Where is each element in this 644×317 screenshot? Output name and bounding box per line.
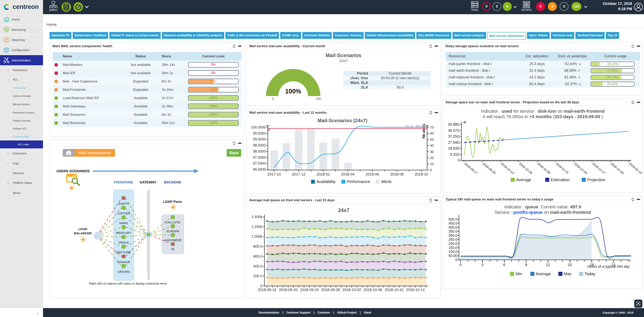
svg-text:350.0: 350.0	[448, 229, 457, 234]
svg-text:Mail-Scenarios (24x7): Mail-Scenarios (24x7)	[318, 118, 367, 123]
svg-text:0: 0	[260, 284, 262, 288]
svg-text:400.0: 400.0	[253, 264, 262, 268]
svg-text:2018-09-20: 2018-09-20	[279, 288, 298, 292]
svg-text:Performance: Performance	[347, 179, 370, 184]
svg-text:6: 6	[503, 263, 506, 267]
svg-text:Today: Today	[584, 272, 595, 276]
svg-text:100.0000: 100.0000	[251, 125, 266, 129]
svg-text:50.00: 50.00	[448, 254, 457, 258]
svg-text:27.94G: 27.94G	[448, 140, 460, 145]
svg-text:400.0: 400.0	[448, 225, 457, 229]
svg-text:2017-10: 2017-10	[268, 172, 281, 176]
svg-text:2018-10-10: 2018-10-10	[385, 288, 403, 292]
svg-text:JUPITER: JUPITER	[117, 212, 130, 215]
svg-text:2018-10-14: 2018-10-14	[406, 288, 425, 292]
svg-text:URANUS: URANUS	[117, 260, 130, 264]
svg-text:SATURN: SATURN	[118, 270, 130, 274]
svg-text:200.0: 200.0	[253, 274, 262, 278]
svg-text:2018-10-26: 2018-10-26	[518, 162, 533, 175]
svg-text:2018-10: 2018-10	[415, 172, 428, 176]
svg-text:60: 60	[430, 132, 434, 135]
svg-text:9.31G: 9.31G	[450, 152, 460, 156]
svg-text:2017-12: 2017-12	[292, 172, 305, 176]
svg-text:500.0: 500.0	[448, 217, 457, 221]
svg-text:FRONTEND: FRONTEND	[114, 180, 133, 184]
svg-text:98.0000: 98.0000	[253, 149, 266, 153]
svg-text:0: 0	[458, 158, 460, 162]
svg-text:2018-12-17: 2018-12-17	[592, 162, 606, 175]
svg-text:97.5000: 97.5000	[253, 155, 266, 160]
svg-text:2018-12-04: 2018-12-04	[574, 162, 588, 175]
svg-text:SLA: 99.9%: SLA: 99.9%	[406, 124, 426, 128]
svg-text:0: 0	[430, 168, 432, 172]
svg-text:2018-08: 2018-08	[390, 172, 404, 176]
svg-text:150.0: 150.0	[448, 246, 457, 250]
svg-text:800.0: 800.0	[253, 245, 262, 249]
svg-text:2018-10-13: 2018-10-13	[500, 162, 515, 175]
svg-text:70: 70	[430, 125, 434, 129]
svg-text:1.400k: 1.400k	[252, 215, 262, 219]
svg-text:97.0000: 97.0000	[253, 161, 266, 165]
svg-text:BALANCER: BALANCER	[74, 232, 92, 235]
svg-text:Max: Max	[564, 272, 572, 276]
svg-text:EARTH: EARTH	[118, 202, 129, 205]
svg-text:2018-06: 2018-06	[366, 172, 379, 176]
svg-text:96.5000: 96.5000	[253, 167, 266, 171]
svg-text:BACKEND: BACKEND	[164, 180, 182, 184]
svg-text:LDAP Paris: LDAP Paris	[163, 200, 182, 204]
svg-text:Availability: Availability	[316, 179, 336, 184]
svg-text:Average: Average	[536, 272, 551, 276]
svg-text:Min: Min	[516, 272, 522, 276]
svg-text:300.0: 300.0	[448, 234, 457, 238]
svg-text:2018-02: 2018-02	[316, 172, 330, 176]
svg-text:3: 3	[481, 263, 484, 267]
svg-text:50: 50	[430, 138, 434, 141]
svg-text:USERS SCENARIOS: USERS SCENARIOS	[56, 169, 90, 173]
svg-text:2018-10-02: 2018-10-02	[342, 288, 361, 292]
svg-text:10: 10	[430, 162, 434, 166]
svg-text:15: 15	[568, 263, 572, 267]
svg-text:2018-09-28: 2018-09-28	[321, 288, 340, 292]
svg-text:Service : postfix-queue on mai: Service : postfix-queue on mail-earth-fr…	[495, 210, 591, 215]
svg-text:2018-12-30: 2018-12-30	[610, 162, 624, 175]
svg-text:It will reach 79.00Go in +3 mo: It will reach 79.00Go in +3 months (323 …	[483, 114, 603, 119]
svg-text:450.0: 450.0	[448, 221, 457, 225]
svg-text:0: 0	[460, 263, 462, 267]
svg-text:20: 20	[430, 156, 434, 160]
svg-text:CALLISTO: CALLISTO	[166, 221, 180, 224]
svg-text:Indicator : queue. Current val: Indicator : queue. Current value: 497.0	[504, 204, 581, 209]
svg-text:600.0: 600.0	[253, 254, 262, 259]
svg-text:99.5000: 99.5000	[253, 131, 266, 135]
svg-text:2019-01-12: 2019-01-12	[628, 162, 643, 175]
svg-text:1.200k: 1.200k	[252, 225, 262, 229]
svg-text:98.5000: 98.5000	[253, 143, 266, 147]
svg-text:Projection: Projection	[587, 178, 605, 182]
svg-text:Average: Average	[516, 178, 531, 182]
svg-text:46.57G: 46.57G	[448, 128, 460, 133]
svg-text:1.000k: 1.000k	[252, 235, 262, 239]
svg-text:9: 9	[525, 263, 527, 267]
svg-text:GANYMEDE: GANYMEDE	[164, 238, 182, 242]
svg-text:EUROPA: EUROPA	[166, 229, 179, 233]
svg-text:MERCURY: MERCURY	[116, 231, 131, 235]
svg-text:2018-11-21: 2018-11-21	[555, 162, 570, 175]
svg-text:GATEWAY: GATEWAY	[140, 180, 156, 184]
svg-text:2018-09-17: 2018-09-17	[464, 162, 478, 175]
svg-text:Estimation: Estimation	[551, 178, 570, 182]
svg-text:40: 40	[430, 144, 434, 148]
svg-text:99.0000: 99.0000	[253, 137, 266, 141]
svg-text:VENUS: VENUS	[118, 241, 129, 244]
svg-text:37.25G: 37.25G	[448, 134, 460, 138]
svg-text:2018-04: 2018-04	[341, 172, 354, 176]
svg-text:18.63G: 18.63G	[448, 146, 460, 150]
svg-text:Hours of a typical 24h day: Hours of a typical 24h day	[588, 265, 630, 269]
svg-text:2018-11-08: 2018-11-08	[537, 162, 551, 175]
svg-text:2018-10-06: 2018-10-06	[364, 288, 382, 292]
svg-text:250.0: 250.0	[448, 238, 457, 242]
svg-text:55.88G: 55.88G	[448, 122, 460, 126]
svg-text:Indicator : used for service :: Indicator : used for service : disk-/usr…	[481, 109, 605, 114]
svg-text:NEPTUNE: NEPTUNE	[116, 251, 131, 254]
svg-text:Right click on objects with st: Right click on objects with status to di…	[89, 282, 167, 285]
svg-text:2018-09-30: 2018-09-30	[482, 162, 496, 175]
svg-text:30: 30	[430, 150, 434, 154]
